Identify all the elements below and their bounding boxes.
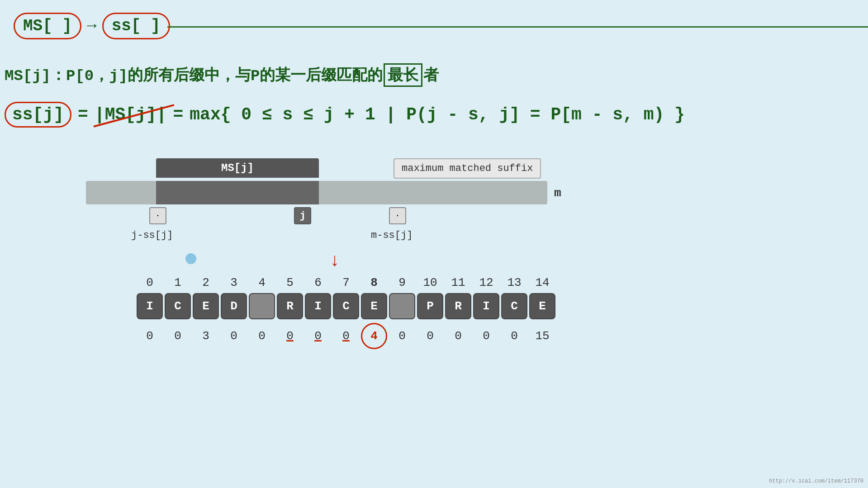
char-cell-0: I (137, 293, 163, 319)
arrow-icon: → (87, 17, 97, 35)
dot-icon-left: · (156, 211, 161, 220)
equals2: = (173, 105, 183, 124)
char-cell-4 (249, 293, 275, 319)
index-cell-14: 14 (529, 276, 555, 289)
diagram-area: MS[j] maximum matched suffix m · j-ss[j]… (86, 158, 583, 258)
index-cell-11: 11 (445, 276, 471, 289)
char-cell-9 (389, 293, 415, 319)
array-section: 01234567891011121314 ICEDRICEPRICE 00300… (131, 276, 561, 353)
index-cell-10: 10 (417, 276, 443, 289)
equals1: = (78, 105, 88, 124)
index-cell-12: 12 (473, 276, 499, 289)
index-cell-8: 8 (361, 276, 387, 289)
top-formula: MS[ ] → ss[ ] (14, 13, 170, 39)
chars-row: ICEDRICEPRICE (131, 293, 561, 319)
marker-dot-left: · (149, 207, 166, 224)
label-j-ss: j-ss[j] (131, 230, 173, 241)
ss-val-cell-1: 0 (165, 329, 191, 343)
index-cell-0: 0 (137, 276, 163, 289)
index-cell-7: 7 (333, 276, 359, 289)
ss-val-cell-5: 0 (277, 329, 303, 343)
ss-formula: ss[j] = |MS[j]| = max{ 0 ≤ s ≤ j + 1 | P… (5, 102, 685, 128)
char-cell-7: C (333, 293, 359, 319)
dot-icon-right: · (395, 211, 400, 220)
ss-val-cell-10: 0 (417, 329, 443, 343)
index-cell-9: 9 (389, 276, 415, 289)
ss-val-cell-8: 4 (361, 323, 387, 349)
char-cell-3: D (221, 293, 247, 319)
dark-segment (156, 181, 319, 204)
index-cell-3: 3 (221, 276, 247, 289)
mms-label: maximum matched suffix (394, 158, 541, 179)
max-expr: max{ 0 ≤ s ≤ j + 1 | P(j - s, j] = P[m -… (190, 105, 685, 124)
index-cell-1: 1 (165, 276, 191, 289)
char-cell-12: I (473, 293, 499, 319)
m-label: m (554, 186, 561, 200)
char-cell-10: P (417, 293, 443, 319)
ss-val-cell-0: 0 (137, 329, 163, 343)
char-cell-6: I (305, 293, 331, 319)
ms-bracket-label: MS[ ] (14, 13, 81, 39)
blue-dot (185, 253, 196, 264)
char-cell-8: E (361, 293, 387, 319)
label-m-ss: m-ss[j] (371, 230, 413, 241)
arrow-down-icon: ↓ (329, 251, 340, 271)
ss-val-cell-11: 0 (445, 329, 471, 343)
marker-dot-right: · (389, 207, 406, 224)
ss-val-cell-13: 0 (501, 329, 527, 343)
ss-val-cell-7: 0 (333, 329, 359, 343)
ss-row: 0030000040000015 (131, 323, 561, 349)
ss-bracket-label: ss[ ] (102, 13, 170, 39)
index-cell-4: 4 (249, 276, 275, 289)
ss-val-cell-14: 15 (529, 329, 555, 343)
j-icon: j (299, 210, 305, 222)
ms-j-label: |MS[j]| (95, 105, 167, 124)
char-cell-1: C (165, 293, 191, 319)
char-cell-2: E (193, 293, 219, 319)
index-row: 01234567891011121314 (131, 276, 561, 289)
index-cell-5: 5 (277, 276, 303, 289)
marker-j: j (294, 207, 311, 224)
top-green-line (167, 26, 868, 28)
index-cell-2: 2 (193, 276, 219, 289)
definition-text: MS[j]：P[0，j]的所有后缀中，与P的某一后缀匹配的最长者 (5, 63, 439, 87)
ss-val-cell-6: 0 (305, 329, 331, 343)
ss-val-cell-4: 0 (249, 329, 275, 343)
char-cell-11: R (445, 293, 471, 319)
ss-val-cell-2: 3 (193, 329, 219, 343)
index-cell-13: 13 (501, 276, 527, 289)
ms-bar-label: MS[j] (156, 158, 319, 178)
index-cell-6: 6 (305, 276, 331, 289)
ss-val-cell-9: 0 (389, 329, 415, 343)
ss-val-cell-12: 0 (473, 329, 499, 343)
char-cell-14: E (529, 293, 555, 319)
ss-val-cell-3: 0 (221, 329, 247, 343)
char-cell-13: C (501, 293, 527, 319)
ss-j-label: ss[j] (5, 102, 71, 128)
watermark: http://v.icai.com/item/117370 (769, 478, 863, 484)
char-cell-5: R (277, 293, 303, 319)
